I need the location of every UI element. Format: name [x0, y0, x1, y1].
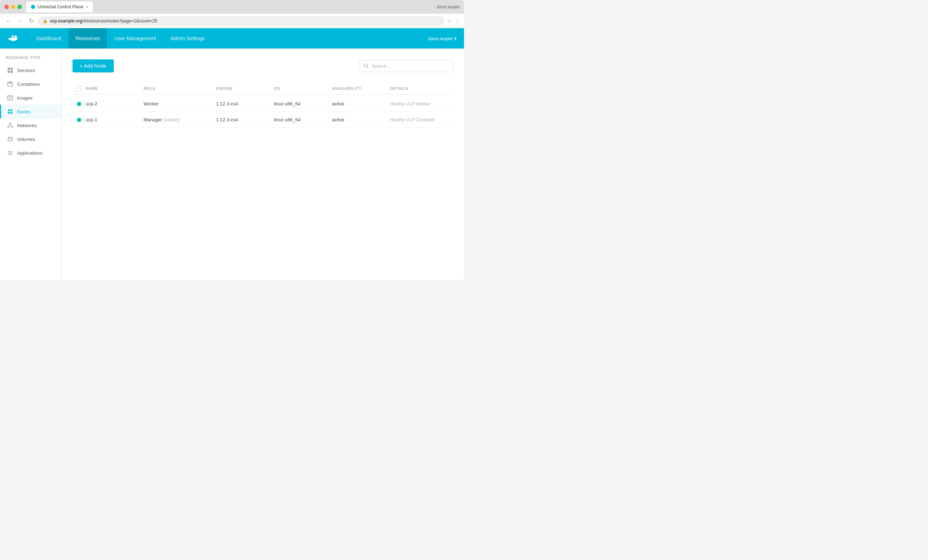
node-details: Healthy UCP Worker: [390, 101, 453, 107]
sidebar-item-containers[interactable]: Containers: [0, 77, 61, 91]
nodes-icon: [7, 108, 14, 115]
url-path: /#/resources/nodes?page=1&count=25: [82, 18, 157, 24]
node-role: Manager [Leader]: [143, 117, 216, 122]
close-button[interactable]: [5, 5, 9, 9]
content-area: RESOURCE TYPE Services Containers Images: [0, 49, 464, 280]
tab-favicon-icon: [31, 5, 35, 9]
browser-addressbar: ← → ↻ 🔒 ucp.example.org/#/resources/node…: [0, 14, 464, 28]
services-icon: [7, 67, 14, 73]
svg-rect-12: [9, 82, 12, 82]
sidebar: RESOURCE TYPE Services Containers Images: [0, 49, 62, 280]
svg-rect-6: [8, 68, 10, 70]
svg-rect-18: [11, 110, 12, 111]
table-row[interactable]: ucp-1 Manager [Leader] 1.12.3-cs4 linux …: [72, 112, 453, 128]
menu-icon[interactable]: ⋮: [455, 18, 459, 24]
role-text: Manager: [143, 117, 163, 122]
node-engine: 1.12.3-cs4: [216, 101, 274, 107]
nav-user-management[interactable]: User Management: [107, 28, 163, 49]
node-name: ucp-1: [85, 117, 143, 122]
networks-icon: [7, 122, 14, 129]
nav-user-chevron-icon: ▾: [454, 36, 457, 41]
status-indicator: [77, 102, 81, 106]
svg-point-21: [9, 123, 11, 125]
svg-line-31: [367, 67, 369, 68]
sidebar-item-applications[interactable]: Applications: [0, 146, 61, 160]
svg-rect-9: [11, 71, 13, 73]
sidebar-item-images[interactable]: Images: [0, 91, 61, 105]
role-sub-text: [Leader]: [163, 117, 179, 122]
browser-tab-bar: Universal Control Plane ✕: [26, 2, 437, 12]
sidebar-item-nodes[interactable]: Nodes: [0, 105, 61, 119]
address-bar[interactable]: 🔒 ucp.example.org/#/resources/nodes?page…: [38, 17, 444, 25]
table-header-availability: AVAILABILITY: [332, 86, 390, 91]
table-header-details: DETAILS: [390, 86, 453, 91]
minimize-button[interactable]: [11, 5, 15, 9]
node-details: Healthy UCP Controller: [390, 117, 453, 122]
table-header-os: OS: [274, 86, 332, 91]
address-actions: ☆ ⋮: [447, 18, 459, 24]
sidebar-label-networks: Networks: [17, 123, 37, 128]
nav-user[interactable]: dave.lauper ▾: [428, 36, 457, 41]
node-os: linux x86_64: [274, 101, 332, 107]
sidebar-item-volumes[interactable]: Volumes: [0, 132, 61, 146]
node-availability: active: [332, 101, 390, 107]
browser-user: dave.lauper: [437, 5, 459, 9]
sidebar-item-services[interactable]: Services: [0, 63, 61, 77]
node-engine: 1.12.3-cs4: [216, 117, 274, 122]
table-header: NAME ROLE ENGINE OS AVAILABILITY DETAILS: [72, 83, 453, 94]
node-role: Worker: [143, 101, 216, 107]
node-os: linux x86_64: [274, 117, 332, 122]
forward-button[interactable]: →: [16, 17, 24, 25]
containers-icon: [7, 81, 14, 87]
svg-rect-17: [8, 110, 10, 111]
select-all-checkbox[interactable]: [76, 86, 82, 91]
tab-title: Universal Control Plane: [38, 5, 83, 9]
applications-icon: [7, 150, 14, 156]
url-domain: ucp.example.org: [50, 18, 82, 24]
svg-rect-4: [12, 35, 14, 38]
svg-rect-7: [11, 68, 13, 70]
role-text: Worker: [143, 101, 159, 107]
back-button[interactable]: ←: [5, 17, 13, 25]
node-name: ucp-2: [85, 101, 143, 107]
table-header-checkbox: [72, 86, 85, 91]
svg-rect-20: [11, 112, 12, 114]
reload-button[interactable]: ↻: [27, 17, 35, 25]
sidebar-label-applications: Applications: [17, 150, 43, 156]
nav-admin-settings[interactable]: Admin Settings: [163, 28, 212, 49]
svg-point-30: [364, 64, 368, 67]
app: Dashboard Resources User Management Admi…: [0, 28, 464, 280]
sidebar-label-containers: Containers: [17, 82, 40, 87]
nav-resources[interactable]: Resources: [69, 28, 107, 49]
table-row[interactable]: ucp-2 Worker 1.12.3-cs4 linux x86_64 act…: [72, 96, 453, 112]
svg-point-26: [8, 137, 12, 139]
sidebar-label-images: Images: [17, 95, 33, 101]
add-node-button[interactable]: + Add Node: [72, 59, 114, 72]
table-header-role: ROLE: [143, 86, 216, 91]
nav-username: dave.lauper: [428, 36, 453, 41]
sidebar-label-services: Services: [17, 68, 35, 73]
sidebar-section-label: RESOURCE TYPE: [0, 56, 61, 63]
table-header-engine: ENGINE: [216, 86, 274, 91]
table-header-name: NAME: [85, 86, 143, 91]
docker-logo-icon: [7, 31, 22, 46]
volumes-icon: [7, 136, 14, 142]
node-availability: active: [332, 117, 390, 122]
sidebar-item-networks[interactable]: Networks: [0, 119, 61, 132]
url-display: ucp.example.org/#/resources/nodes?page=1…: [50, 18, 157, 24]
nodes-table: NAME ROLE ENGINE OS AVAILABILITY DETAILS…: [72, 83, 453, 128]
svg-line-24: [8, 125, 10, 126]
top-nav: Dashboard Resources User Management Admi…: [0, 28, 464, 49]
bookmark-icon[interactable]: ☆: [447, 18, 452, 24]
tab-close-icon[interactable]: ✕: [85, 5, 89, 9]
maximize-button[interactable]: [17, 5, 22, 9]
search-icon: [363, 63, 369, 68]
browser-titlebar: Universal Control Plane ✕ dave.lauper: [0, 0, 464, 14]
browser-controls: [5, 5, 22, 9]
browser-tab[interactable]: Universal Control Plane ✕: [26, 2, 93, 12]
svg-point-22: [8, 126, 9, 128]
nav-dashboard[interactable]: Dashboard: [29, 28, 69, 49]
svg-rect-8: [8, 71, 10, 73]
search-input[interactable]: [372, 63, 449, 69]
sidebar-label-volumes: Volumes: [17, 137, 35, 142]
